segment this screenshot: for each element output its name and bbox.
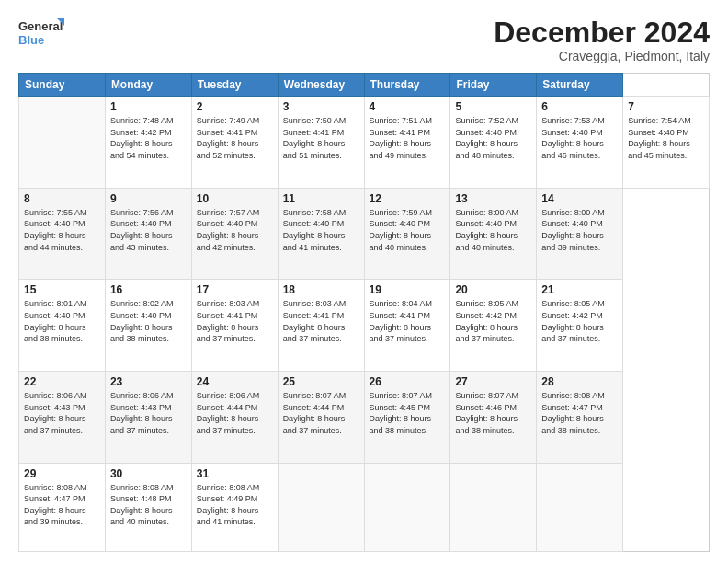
table-cell: 18 Sunrise: 8:03 AM Sunset: 4:41 PM Dayl… (278, 280, 364, 372)
table-cell: 15 Sunrise: 8:01 AM Sunset: 4:40 PM Dayl… (19, 280, 106, 372)
sunrise-label: Sunrise: 8:08 AM (110, 483, 174, 492)
day-number: 21 (541, 283, 618, 296)
sunset-label: Sunset: 4:41 PM (370, 128, 431, 137)
sunrise-label: Sunrise: 7:48 AM (110, 116, 174, 125)
svg-text:Blue: Blue (18, 33, 44, 47)
daylight-label: Daylight: 8 hours and 38 minutes. (370, 414, 432, 435)
daylight-label: Daylight: 8 hours and 37 minutes. (370, 323, 432, 344)
col-friday: Friday (450, 74, 537, 97)
day-info: Sunrise: 7:56 AM Sunset: 4:40 PM Dayligh… (110, 207, 187, 253)
table-cell: 28 Sunrise: 8:08 AM Sunset: 4:47 PM Dayl… (537, 372, 623, 464)
svg-text:General: General (18, 19, 63, 33)
daylight-label: Daylight: 8 hours and 38 minutes. (110, 323, 173, 344)
table-cell: 17 Sunrise: 8:03 AM Sunset: 4:41 PM Dayl… (191, 280, 278, 372)
day-info: Sunrise: 8:07 AM Sunset: 4:46 PM Dayligh… (455, 390, 531, 436)
table-cell: 5 Sunrise: 7:52 AM Sunset: 4:40 PM Dayli… (450, 97, 537, 189)
col-wednesday: Wednesday (278, 74, 364, 97)
sunrise-label: Sunrise: 8:00 AM (455, 208, 518, 217)
day-info: Sunrise: 7:55 AM Sunset: 4:40 PM Dayligh… (24, 207, 100, 253)
sunset-label: Sunset: 4:41 PM (370, 311, 431, 320)
sunset-label: Sunset: 4:43 PM (110, 403, 172, 412)
table-cell: 31 Sunrise: 8:08 AM Sunset: 4:49 PM Dayl… (191, 463, 278, 551)
day-number: 4 (370, 100, 446, 113)
daylight-label: Daylight: 8 hours and 38 minutes. (455, 414, 518, 435)
day-info: Sunrise: 8:06 AM Sunset: 4:44 PM Dayligh… (197, 390, 273, 436)
day-number: 14 (541, 192, 618, 205)
day-number: 28 (541, 375, 618, 388)
sunrise-label: Sunrise: 8:06 AM (197, 391, 260, 400)
sunset-label: Sunset: 4:41 PM (283, 311, 345, 320)
daylight-label: Daylight: 8 hours and 54 minutes. (110, 139, 173, 160)
calendar-table: Sunday Monday Tuesday Wednesday Thursday… (18, 73, 710, 552)
day-number: 3 (283, 100, 359, 113)
table-cell: 29 Sunrise: 8:08 AM Sunset: 4:47 PM Dayl… (19, 463, 106, 551)
sunrise-label: Sunrise: 8:01 AM (24, 299, 87, 308)
sunset-label: Sunset: 4:40 PM (24, 311, 85, 320)
calendar-page: General Blue December 2024 Craveggia, Pi… (0, 0, 728, 563)
title-block: December 2024 Craveggia, Piedmont, Italy (494, 17, 710, 63)
day-number: 16 (110, 283, 187, 296)
sunset-label: Sunset: 4:47 PM (541, 403, 603, 412)
day-info: Sunrise: 7:59 AM Sunset: 4:40 PM Dayligh… (370, 207, 446, 253)
sunset-label: Sunset: 4:44 PM (283, 403, 345, 412)
table-cell: 16 Sunrise: 8:02 AM Sunset: 4:40 PM Dayl… (105, 280, 191, 372)
logo: General Blue (18, 17, 64, 50)
daylight-label: Daylight: 8 hours and 51 minutes. (283, 139, 346, 160)
day-number: 30 (110, 467, 187, 480)
day-number: 13 (455, 192, 531, 205)
sunset-label: Sunset: 4:42 PM (110, 128, 172, 137)
day-number: 22 (24, 375, 100, 388)
day-info: Sunrise: 8:03 AM Sunset: 4:41 PM Dayligh… (283, 298, 359, 344)
daylight-label: Daylight: 8 hours and 38 minutes. (541, 414, 604, 435)
table-cell (364, 463, 450, 551)
day-info: Sunrise: 8:08 AM Sunset: 4:47 PM Dayligh… (24, 482, 100, 528)
header: General Blue December 2024 Craveggia, Pi… (18, 17, 710, 63)
calendar-header-row: Sunday Monday Tuesday Wednesday Thursday… (19, 74, 710, 97)
table-cell (19, 97, 106, 189)
sunrise-label: Sunrise: 8:07 AM (455, 391, 518, 400)
day-info: Sunrise: 7:52 AM Sunset: 4:40 PM Dayligh… (455, 115, 531, 161)
table-cell: 13 Sunrise: 8:00 AM Sunset: 4:40 PM Dayl… (450, 188, 537, 280)
col-sunday: Sunday (19, 74, 106, 97)
sunrise-label: Sunrise: 8:03 AM (283, 299, 347, 308)
sunrise-label: Sunrise: 8:06 AM (110, 391, 174, 400)
day-info: Sunrise: 7:53 AM Sunset: 4:40 PM Dayligh… (541, 115, 618, 161)
sunrise-label: Sunrise: 8:08 AM (24, 483, 87, 492)
day-info: Sunrise: 8:04 AM Sunset: 4:41 PM Dayligh… (370, 298, 446, 344)
day-info: Sunrise: 8:07 AM Sunset: 4:44 PM Dayligh… (283, 390, 359, 436)
table-cell: 22 Sunrise: 8:06 AM Sunset: 4:43 PM Dayl… (19, 372, 106, 464)
sunset-label: Sunset: 4:41 PM (197, 311, 258, 320)
day-number: 9 (110, 192, 187, 205)
daylight-label: Daylight: 8 hours and 48 minutes. (455, 139, 518, 160)
sunrise-label: Sunrise: 7:56 AM (110, 208, 174, 217)
sunrise-label: Sunrise: 7:59 AM (370, 208, 433, 217)
daylight-label: Daylight: 8 hours and 37 minutes. (283, 414, 346, 435)
sunset-label: Sunset: 4:42 PM (455, 311, 517, 320)
col-saturday: Saturday (537, 74, 623, 97)
sunset-label: Sunset: 4:40 PM (24, 219, 85, 228)
daylight-label: Daylight: 8 hours and 40 minutes. (455, 231, 518, 252)
daylight-label: Daylight: 8 hours and 38 minutes. (24, 323, 86, 344)
day-info: Sunrise: 8:06 AM Sunset: 4:43 PM Dayligh… (110, 390, 187, 436)
sunset-label: Sunset: 4:45 PM (370, 403, 431, 412)
sunset-label: Sunset: 4:40 PM (628, 128, 689, 137)
day-number: 18 (283, 283, 359, 296)
daylight-label: Daylight: 8 hours and 37 minutes. (110, 414, 173, 435)
day-number: 23 (110, 375, 187, 388)
table-cell: 6 Sunrise: 7:53 AM Sunset: 4:40 PM Dayli… (537, 97, 623, 189)
sunrise-label: Sunrise: 8:02 AM (110, 299, 174, 308)
sunrise-label: Sunrise: 8:03 AM (197, 299, 260, 308)
day-number: 1 (110, 100, 187, 113)
daylight-label: Daylight: 8 hours and 45 minutes. (628, 139, 690, 160)
sunrise-label: Sunrise: 8:08 AM (541, 391, 605, 400)
daylight-label: Daylight: 8 hours and 37 minutes. (455, 323, 518, 344)
sunrise-label: Sunrise: 7:54 AM (628, 116, 691, 125)
day-number: 20 (455, 283, 531, 296)
table-cell: 2 Sunrise: 7:49 AM Sunset: 4:41 PM Dayli… (191, 97, 278, 189)
logo-svg: General Blue (18, 17, 64, 50)
table-cell: 12 Sunrise: 7:59 AM Sunset: 4:40 PM Dayl… (364, 188, 450, 280)
table-cell: 21 Sunrise: 8:05 AM Sunset: 4:42 PM Dayl… (537, 280, 623, 372)
sunset-label: Sunset: 4:49 PM (197, 494, 258, 503)
col-tuesday: Tuesday (191, 74, 278, 97)
sunset-label: Sunset: 4:40 PM (197, 219, 258, 228)
